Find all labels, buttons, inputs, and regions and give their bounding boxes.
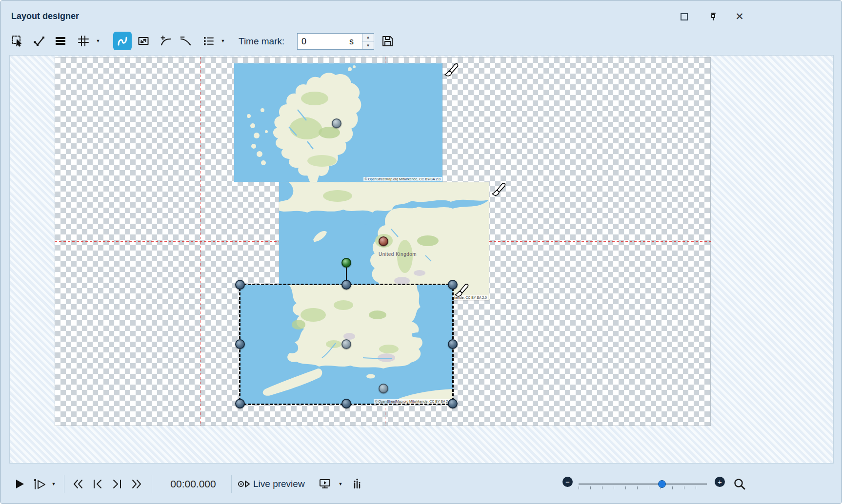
time-mark-unit: s (349, 34, 362, 49)
zoom-slider-track[interactable] (579, 484, 707, 485)
path-check-button[interactable] (30, 32, 48, 50)
time-mark-group: s ▲ ▼ (297, 33, 374, 50)
map-attribution: © OpenStreetMap.org Mitwirkende, CC BY-S… (363, 177, 442, 181)
paintbrush-icon[interactable] (490, 182, 506, 198)
close-button[interactable]: ✕ (733, 10, 746, 23)
resize-handle-top-left[interactable] (235, 280, 245, 290)
rows-icon (54, 35, 67, 47)
maximize-button[interactable] (678, 10, 690, 23)
remove-curve-point-icon (179, 35, 192, 47)
play-from-marker-icon (32, 478, 46, 490)
live-preview-button[interactable] (236, 476, 252, 492)
fast-forward-button[interactable] (128, 476, 145, 492)
play-button[interactable] (11, 476, 28, 492)
levels-icon (351, 478, 363, 490)
next-icon (111, 478, 123, 490)
toolbar: ▼ (0, 28, 842, 55)
separator (231, 475, 232, 493)
resize-handle-middle-left[interactable] (235, 339, 245, 349)
spinner-up-button[interactable]: ▲ (362, 34, 374, 42)
previous-button[interactable] (89, 476, 106, 492)
fast-forward-icon (130, 478, 143, 490)
curve-tool-button[interactable] (113, 32, 132, 50)
live-preview-icon (237, 478, 251, 490)
resize-handle-bottom-right[interactable] (448, 399, 458, 408)
resize-handle-bottom-left[interactable] (235, 399, 245, 408)
separator (152, 475, 152, 493)
presenter-screen-button[interactable] (317, 476, 333, 492)
pin-icon (708, 12, 718, 21)
zoom-fit-button[interactable] (731, 476, 748, 492)
canvas: © OpenStreetMap.org Mitwirkende, CC BY-S… (9, 55, 834, 464)
resize-handle-bottom-center[interactable] (341, 399, 351, 408)
pin-button[interactable] (707, 10, 720, 23)
keyframe-marker[interactable] (332, 118, 341, 128)
play-icon (13, 478, 26, 490)
zoom-slider-thumb[interactable] (658, 480, 666, 488)
live-preview-label: Live preview (253, 479, 305, 489)
magnifier-icon (733, 477, 746, 491)
time-mark-label: Time mark: (239, 36, 284, 47)
time-mark-input[interactable] (298, 34, 349, 49)
layout-designer-window: Layout designer ✕ (0, 0, 842, 504)
transport-bar: ▼ 00:00.000 (0, 464, 842, 504)
save-icon (381, 35, 394, 48)
grid-icon (77, 35, 90, 47)
close-icon: ✕ (735, 11, 744, 22)
resize-handle-top-center[interactable] (341, 280, 351, 290)
window-title: Layout designer (11, 11, 79, 21)
maximize-icon (681, 13, 688, 20)
list-icon (202, 35, 215, 47)
paintbrush-icon[interactable] (453, 283, 469, 299)
spinner-down-button[interactable]: ▼ (362, 42, 374, 50)
time-display: 00:00.000 (159, 478, 227, 490)
transform-frame-icon (137, 35, 150, 47)
add-curve-point-button[interactable] (157, 32, 175, 50)
list-dropdown[interactable]: ▼ (219, 32, 227, 50)
play-from-marker-button[interactable] (31, 476, 47, 492)
presenter-screen-icon (319, 478, 331, 490)
map-place-label: United Kingdom (379, 252, 417, 257)
transform-frame-button[interactable] (134, 32, 153, 50)
paintbrush-icon[interactable] (442, 62, 459, 79)
skip-to-start-button[interactable] (70, 476, 86, 492)
skip-start-icon (72, 478, 84, 490)
keyframe-marker[interactable] (379, 384, 388, 393)
levels-button[interactable] (349, 476, 365, 492)
presenter-dropdown[interactable]: ▼ (336, 476, 345, 492)
resize-handle-middle-right[interactable] (448, 339, 458, 349)
keyframe-marker[interactable] (341, 339, 351, 349)
previous-icon (91, 478, 104, 490)
rotation-handle[interactable] (341, 258, 351, 268)
rows-button[interactable] (51, 32, 70, 50)
select-tool-button[interactable] (8, 32, 27, 50)
select-tool-icon (11, 35, 24, 47)
path-check-icon (33, 35, 45, 47)
separator (64, 475, 64, 493)
list-button[interactable] (199, 32, 218, 50)
zoom-out-button[interactable]: − (562, 477, 573, 487)
titlebar: Layout designer ✕ (0, 0, 842, 28)
curve-icon (116, 34, 129, 48)
grid-dropdown[interactable]: ▼ (94, 32, 102, 50)
zoom-in-button[interactable]: + (715, 477, 725, 487)
add-curve-point-icon (160, 35, 172, 47)
next-button[interactable] (109, 476, 125, 492)
play-options-dropdown[interactable]: ▼ (49, 476, 58, 492)
grid-button[interactable] (74, 32, 93, 50)
save-button[interactable] (378, 32, 397, 50)
keyframe-marker-active[interactable] (379, 236, 388, 246)
time-mark-spinner: ▲ ▼ (362, 34, 374, 49)
remove-curve-point-button[interactable] (176, 32, 195, 50)
zoom-slider-ticks (579, 486, 707, 489)
